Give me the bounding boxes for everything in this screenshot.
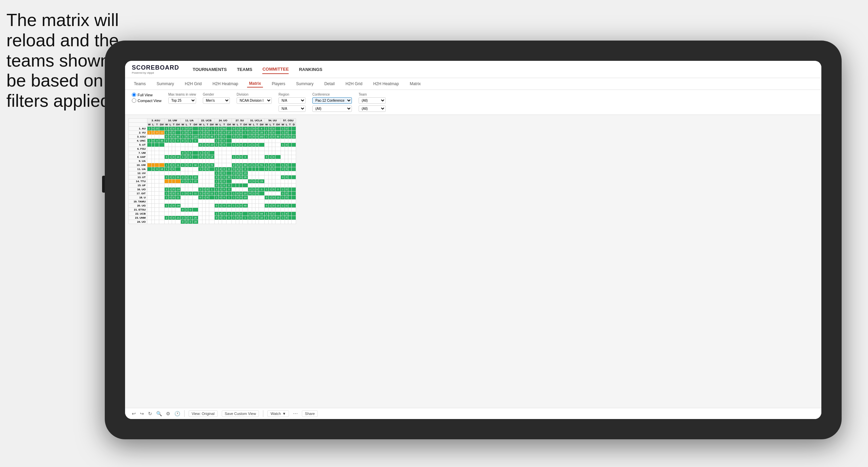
compact-view-radio[interactable]: Compact View xyxy=(132,98,162,103)
table-row: 4. UNC1003601100110100 xyxy=(129,139,296,143)
matrix-cell xyxy=(193,200,198,204)
matrix-cell: 25 xyxy=(193,216,198,220)
matrix-cell xyxy=(219,200,222,204)
clock-icon[interactable]: 🕐 xyxy=(174,411,180,416)
matrix-cell: 0 xyxy=(219,139,222,143)
subnav-summary[interactable]: Summary xyxy=(154,80,176,87)
undo-icon[interactable]: ↩ xyxy=(132,411,136,416)
nav-tournaments[interactable]: TOURNAMENTS xyxy=(193,65,227,74)
matrix-cell xyxy=(151,220,155,224)
matrix-cell: 0 xyxy=(285,188,288,192)
matrix-cell: 0 xyxy=(264,135,269,139)
subnav-h2h-grid2[interactable]: H2H Grid xyxy=(343,80,364,87)
matrix-content[interactable]: 3. ASU 10. UW 11. UA 22. UCB 24. UO 27. … xyxy=(125,115,821,408)
matrix-cell xyxy=(264,200,269,204)
matrix-cell: 0 xyxy=(219,216,222,220)
matrix-cell: 2 xyxy=(169,175,172,179)
row-label: 18. U xyxy=(129,196,147,200)
matrix-cell: 0 xyxy=(236,196,239,200)
matrix-cell xyxy=(288,220,292,224)
matrix-cell xyxy=(155,192,159,196)
redo-icon[interactable]: ↪ xyxy=(140,411,144,416)
matrix-cell xyxy=(288,204,292,208)
subnav-detail[interactable]: Detail xyxy=(322,80,337,87)
subnav-h2h-heatmap[interactable]: H2H Heatmap xyxy=(211,80,240,87)
region-select2[interactable]: N/A xyxy=(279,105,306,112)
subnav-matrix[interactable]: Matrix xyxy=(247,80,263,88)
matrix-cell xyxy=(147,171,152,175)
matrix-cell xyxy=(292,196,296,200)
team-select[interactable]: (All) xyxy=(359,97,386,104)
matrix-cell xyxy=(155,159,159,163)
matrix-cell: 0 xyxy=(239,171,243,175)
subnav-teams[interactable]: Teams xyxy=(132,80,148,87)
matrix-cell: 6 xyxy=(252,135,256,139)
matrix-cell: 1 xyxy=(202,143,206,147)
subnav-summary2[interactable]: Summary xyxy=(294,80,315,87)
region-select[interactable]: N/A East xyxy=(279,97,306,104)
matrix-cell xyxy=(222,220,226,224)
matrix-cell xyxy=(198,175,202,179)
matrix-cell xyxy=(185,196,188,200)
matrix-cell xyxy=(169,208,172,212)
matrix-cell xyxy=(219,155,222,159)
division-select[interactable]: NCAA Division I NCAA Division II xyxy=(237,97,272,104)
matrix-cell xyxy=(252,175,256,179)
matrix-cell xyxy=(159,147,165,151)
matrix-cell: 0 xyxy=(272,135,275,139)
matrix-cell: 2 xyxy=(164,175,169,179)
matrix-cell xyxy=(272,200,275,204)
subnav-h2h-heatmap2[interactable]: H2H Heatmap xyxy=(371,80,401,87)
gender-select[interactable]: Men's Women's xyxy=(203,97,230,104)
share-btn[interactable]: Share xyxy=(302,410,318,417)
matrix-cell: 22 xyxy=(193,179,198,183)
subnav-players[interactable]: Players xyxy=(270,80,287,87)
zoom-icon[interactable]: 🔍 xyxy=(156,411,162,416)
subnav-h2h-grid[interactable]: H2H Grid xyxy=(183,80,204,87)
matrix-cell xyxy=(169,183,172,188)
settings-icon[interactable]: ⚙ xyxy=(166,411,170,416)
matrix-cell: 0 xyxy=(232,135,236,139)
conference-select[interactable]: Pac-12 Conference (All) xyxy=(312,97,352,104)
matrix-cell xyxy=(259,220,265,224)
compact-view-input[interactable] xyxy=(132,98,136,103)
max-teams-select[interactable]: Top 25 Top 50 xyxy=(168,97,196,104)
matrix-cell xyxy=(209,204,215,208)
matrix-cell xyxy=(275,159,281,163)
matrix-cell xyxy=(164,143,169,147)
nav-teams[interactable]: TEAMS xyxy=(237,65,252,74)
matrix-cell xyxy=(188,171,193,175)
full-view-radio[interactable]: Full View xyxy=(132,93,162,97)
more-icon[interactable]: ⋯ xyxy=(293,411,298,416)
matrix-cell: 6 xyxy=(285,216,288,220)
watch-btn[interactable]: Watch ▼ xyxy=(267,410,289,417)
view-original-btn[interactable]: View: Original xyxy=(189,410,218,417)
sh-t4: T xyxy=(206,123,209,127)
matrix-cell xyxy=(175,151,181,155)
subnav-matrix2[interactable]: Matrix xyxy=(408,80,423,87)
row-label: 15. UF xyxy=(129,183,147,188)
full-view-input[interactable] xyxy=(132,93,136,97)
matrix-cell: 0 xyxy=(169,131,172,135)
matrix-cell xyxy=(285,200,288,204)
matrix-cell xyxy=(198,179,202,183)
matrix-cell: 0 xyxy=(188,135,193,139)
matrix-cell: 0 xyxy=(219,135,222,139)
matrix-cell xyxy=(175,179,181,183)
matrix-cell xyxy=(159,216,165,220)
team-select2[interactable]: (All) xyxy=(359,105,386,112)
nav-rankings[interactable]: RANKINGS xyxy=(299,65,322,74)
nav-committee[interactable]: COMMITTEE xyxy=(262,65,289,74)
matrix-cell: 3 xyxy=(169,127,172,131)
matrix-cell: 0 xyxy=(222,192,226,196)
matrix-cell: 30 xyxy=(226,175,232,179)
matrix-cell xyxy=(243,200,248,204)
matrix-cell: 0 xyxy=(180,208,185,212)
matrix-cell: 1 xyxy=(243,131,248,135)
matrix-cell: 1 xyxy=(243,216,248,220)
save-custom-btn[interactable]: Save Custom View xyxy=(222,410,259,417)
matrix-cell: 0 xyxy=(222,204,226,208)
refresh-icon[interactable]: ↻ xyxy=(148,411,152,416)
conference-select2[interactable]: (All) xyxy=(312,105,352,112)
matrix-cell: 0 xyxy=(222,188,226,192)
